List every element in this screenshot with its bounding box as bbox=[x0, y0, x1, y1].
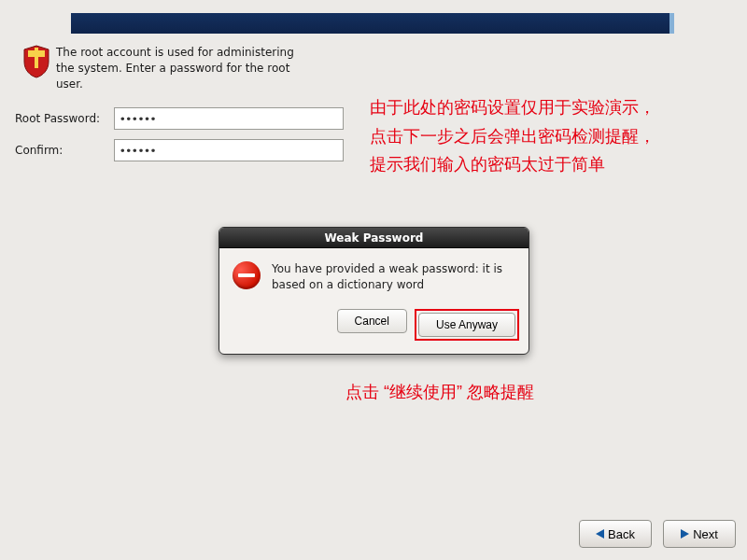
use-anyway-highlight: Use Anyway bbox=[415, 309, 519, 341]
back-button[interactable]: Back bbox=[579, 520, 652, 548]
back-label: Back bbox=[608, 527, 635, 541]
root-password-input[interactable] bbox=[114, 107, 344, 130]
shield-icon bbox=[22, 45, 50, 78]
confirm-password-label: Confirm: bbox=[15, 144, 114, 157]
use-anyway-button[interactable]: Use Anyway bbox=[418, 313, 515, 337]
header-banner bbox=[71, 13, 672, 34]
arrow-right-icon bbox=[681, 529, 689, 539]
svg-rect-2 bbox=[28, 54, 45, 57]
dialog-message: You have provided a weak password: it is… bbox=[272, 261, 515, 294]
next-label: Next bbox=[693, 527, 718, 541]
intro-text: The root account is used for administeri… bbox=[56, 45, 299, 91]
annotation-bottom: 点击 “继续使用” 忽略提醒 bbox=[345, 381, 534, 403]
dialog-title: Weak Password bbox=[219, 228, 529, 248]
weak-password-dialog: Weak Password You have provided a weak p… bbox=[218, 227, 529, 355]
next-button[interactable]: Next bbox=[663, 520, 736, 548]
confirm-password-input[interactable] bbox=[114, 139, 344, 161]
cancel-button[interactable]: Cancel bbox=[337, 309, 407, 333]
arrow-left-icon bbox=[596, 529, 604, 539]
root-password-label: Root Password: bbox=[15, 112, 114, 125]
error-icon bbox=[233, 261, 261, 289]
svg-rect-1 bbox=[35, 48, 38, 68]
annotation-top: 由于此处的密码设置仅用于实验演示， 点击下一步之后会弹出密码检测提醒， 提示我们… bbox=[370, 93, 747, 179]
